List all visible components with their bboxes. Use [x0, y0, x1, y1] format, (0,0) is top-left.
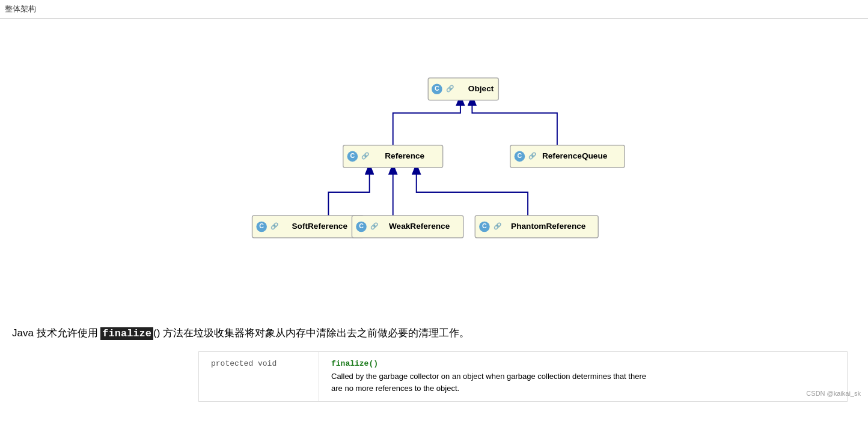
desc-line2: are no more references to the object.: [331, 384, 459, 393]
main-text: Java 技术允许使用 finalize() 方法在垃圾收集器将对象从内存中清除…: [12, 325, 856, 342]
method-name: finalize(): [331, 359, 835, 368]
svg-text:🔗: 🔗: [528, 152, 537, 160]
code-table: protected void finalize() Called by the …: [198, 351, 848, 402]
text-suffix: () 方法在垃圾收集器将对象从内存中清除出去之前做必要的清理工作。: [153, 327, 469, 339]
code-row: protected void finalize() Called by the …: [199, 352, 848, 402]
svg-text:C: C: [259, 222, 264, 229]
svg-text:C: C: [359, 222, 364, 229]
diagram-area: C 🔗 Object C 🔗 Reference C 🔗 ReferenceQu…: [0, 19, 868, 313]
svg-text:C: C: [518, 152, 522, 159]
text-prefix: Java 技术允许使用: [12, 327, 100, 339]
svg-text:🔗: 🔗: [270, 222, 279, 230]
svg-text:C: C: [435, 85, 439, 92]
object-node-label: Object: [468, 84, 494, 93]
svg-text:C: C: [482, 222, 487, 229]
page-container: 整体架构 C: [0, 0, 868, 442]
text-section: Java 技术允许使用 finalize() 方法在垃圾收集器将对象从内存中清除…: [0, 313, 868, 402]
uml-diagram: C 🔗 Object C 🔗 Reference C 🔗 ReferenceQu…: [194, 40, 674, 292]
bottom-section: Java 技术允许使用 finalize() 方法在垃圾收集器将对象从内存中清除…: [0, 313, 868, 402]
soft-reference-label: SoftReference: [292, 222, 348, 231]
weak-reference-label: WeakReference: [389, 222, 450, 231]
method-details: finalize() Called by the garbage collect…: [319, 352, 848, 402]
watermark: CSDN @kaikai_sk: [806, 390, 861, 397]
svg-text:C: C: [350, 152, 355, 159]
reference-node-label: Reference: [385, 151, 424, 160]
highlight-finalize: finalize: [100, 327, 153, 340]
svg-text:🔗: 🔗: [494, 222, 502, 230]
header-title: 整体架构: [5, 4, 36, 13]
method-type: protected void: [199, 352, 319, 402]
phantom-reference-label: PhantomReference: [511, 222, 586, 231]
method-description: Called by the garbage collector on an ob…: [331, 372, 646, 393]
svg-text:🔗: 🔗: [446, 85, 454, 92]
desc-line1: Called by the garbage collector on an ob…: [331, 372, 646, 381]
section-header: 整体架构: [0, 0, 868, 19]
svg-text:🔗: 🔗: [370, 222, 379, 230]
svg-text:🔗: 🔗: [361, 152, 370, 160]
referencequeue-node-label: ReferenceQueue: [542, 151, 608, 160]
